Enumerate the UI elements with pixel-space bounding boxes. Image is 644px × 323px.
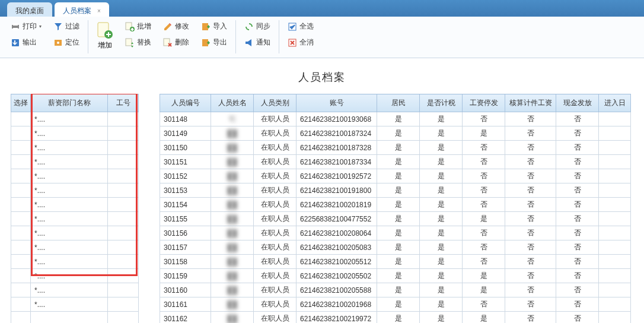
data-grid[interactable]: 选择 薪资部门名称 工号 人员编号 人员姓名 人员类别 账号 居民 是否计税 工… — [11, 94, 631, 323]
cell-resident[interactable]: 是 — [377, 141, 420, 155]
cell-id[interactable]: 301157 — [160, 240, 211, 255]
cell-dept[interactable]: *.... — [31, 141, 108, 155]
cell-select[interactable] — [11, 212, 31, 226]
cell-dept[interactable]: *.... — [31, 212, 108, 226]
col-name[interactable]: 人员姓名 — [211, 94, 254, 112]
cell-resident[interactable]: 是 — [377, 283, 420, 297]
cell-enter[interactable] — [599, 255, 631, 269]
cell-piece[interactable]: 否 — [505, 155, 556, 169]
cell-acct[interactable]: 621462382100205512 — [297, 255, 377, 269]
cell-resident[interactable]: 是 — [377, 183, 420, 198]
cell-enter[interactable] — [599, 269, 631, 283]
col-acct[interactable]: 账号 — [297, 94, 377, 112]
cell-acct[interactable]: 621462382100205502 — [297, 269, 377, 283]
cell-select[interactable] — [11, 255, 31, 269]
cell-acct[interactable]: 621462382100191800 — [297, 183, 377, 198]
col-tax[interactable]: 是否计税 — [420, 94, 463, 112]
cell-gh[interactable] — [108, 297, 139, 312]
cell-gh[interactable] — [108, 240, 139, 255]
cell-select[interactable] — [11, 226, 31, 240]
cell-piece[interactable]: 否 — [505, 112, 556, 126]
cell-cash[interactable]: 否 — [556, 169, 599, 183]
cell-dept[interactable]: *.... — [31, 297, 108, 312]
cell-tax[interactable]: 是 — [420, 112, 463, 126]
cell-dept[interactable] — [31, 312, 108, 324]
cell-id[interactable]: 301150 — [160, 141, 211, 155]
col-cash[interactable]: 现金发放 — [556, 94, 599, 112]
cell-type[interactable]: 在职人员 — [254, 155, 297, 169]
cell-cash[interactable]: 否 — [556, 183, 599, 198]
cell-type[interactable]: 在职人员 — [254, 212, 297, 226]
cell-cash[interactable]: 否 — [556, 255, 599, 269]
table-row[interactable]: 301162██在职人员621462382100219972是是是否否 — [11, 312, 631, 324]
cell-acct[interactable]: 621462382100201819 — [297, 198, 377, 212]
col-piece[interactable]: 核算计件工资 — [505, 94, 556, 112]
cell-enter[interactable] — [599, 283, 631, 297]
cell-name[interactable]: ██ — [211, 169, 254, 183]
cell-id[interactable]: 301159 — [160, 269, 211, 283]
cell-piece[interactable]: 否 — [505, 297, 556, 312]
delete-button[interactable]: 删除 — [161, 36, 192, 49]
cell-id[interactable]: 301153 — [160, 183, 211, 198]
cell-piece[interactable]: 否 — [505, 126, 556, 141]
cell-acct[interactable]: 621462382100219972 — [297, 312, 377, 324]
table-row[interactable]: *....301152██在职人员621462382100192572是是否否否 — [11, 169, 631, 183]
cell-select[interactable] — [11, 183, 31, 198]
cell-enter[interactable] — [599, 240, 631, 255]
cell-enter[interactable] — [599, 183, 631, 198]
cell-enter[interactable] — [599, 126, 631, 141]
cell-acct[interactable]: 621462382100187334 — [297, 155, 377, 169]
col-type[interactable]: 人员类别 — [254, 94, 297, 112]
cell-tax[interactable]: 是 — [420, 283, 463, 297]
cell-piece[interactable]: 否 — [505, 198, 556, 212]
cell-enter[interactable] — [599, 312, 631, 324]
cell-id[interactable]: 301154 — [160, 198, 211, 212]
table-row[interactable]: *....301159██在职人员621462382100205502是是是否否 — [11, 269, 631, 283]
cell-select[interactable] — [11, 297, 31, 312]
cell-id[interactable]: 301158 — [160, 255, 211, 269]
cell-piece[interactable]: 否 — [505, 255, 556, 269]
table-row[interactable]: *....301151██在职人员621462382100187334是是否否否 — [11, 155, 631, 169]
tab-desktop[interactable]: 我的桌面 — [7, 2, 52, 17]
cell-id[interactable]: 301152 — [160, 169, 211, 183]
cell-enter[interactable] — [599, 297, 631, 312]
cell-enter[interactable] — [599, 155, 631, 169]
col-pay-stop[interactable]: 工资停发 — [463, 94, 505, 112]
col-id[interactable]: 人员编号 — [160, 94, 211, 112]
cell-gh[interactable] — [108, 226, 139, 240]
cell-id[interactable]: 301155 — [160, 212, 211, 226]
cell-tax[interactable]: 是 — [420, 169, 463, 183]
cell-select[interactable] — [11, 126, 31, 141]
cell-select[interactable] — [11, 240, 31, 255]
cell-name[interactable]: ██ — [211, 212, 254, 226]
cell-piece[interactable]: 否 — [505, 240, 556, 255]
cell-select[interactable] — [11, 283, 31, 297]
col-gh[interactable]: 工号 — [108, 94, 139, 112]
cell-resident[interactable]: 是 — [377, 255, 420, 269]
output-button[interactable]: 输出 — [8, 36, 44, 49]
table-row[interactable]: *....301161██在职人员621462382100201968是是否否否 — [11, 297, 631, 312]
cell-dept[interactable]: *.... — [31, 126, 108, 141]
cell-name[interactable]: ██ — [211, 126, 254, 141]
cell-resident[interactable]: 是 — [377, 312, 420, 324]
add-button[interactable]: 增加 — [92, 20, 118, 52]
cell-tax[interactable]: 是 — [420, 226, 463, 240]
cell-cash[interactable]: 否 — [556, 312, 599, 324]
cell-id[interactable]: 301156 — [160, 226, 211, 240]
cell-dept[interactable]: *.... — [31, 226, 108, 240]
cell-type[interactable]: 在职人员 — [254, 169, 297, 183]
filter-button[interactable]: 过滤 — [51, 20, 82, 33]
cell-gh[interactable] — [108, 169, 139, 183]
cell-acct[interactable]: 622568382100477552 — [297, 212, 377, 226]
cell-name[interactable]: ██ — [211, 255, 254, 269]
cell-cash[interactable]: 否 — [556, 283, 599, 297]
table-row[interactable]: *....301156██在职人员621462382100208064是是否否否 — [11, 226, 631, 240]
table-row[interactable]: *....301148鸵在职人员621462382100193068是是否否否 — [11, 112, 631, 126]
cell-cash[interactable]: 否 — [556, 126, 599, 141]
replace-button[interactable]: 替换 — [123, 36, 154, 49]
cell-gh[interactable] — [108, 255, 139, 269]
cell-type[interactable]: 在职人员 — [254, 226, 297, 240]
cell-tax[interactable]: 是 — [420, 126, 463, 141]
cell-piece[interactable]: 否 — [505, 269, 556, 283]
cell-type[interactable]: 在职人员 — [254, 141, 297, 155]
